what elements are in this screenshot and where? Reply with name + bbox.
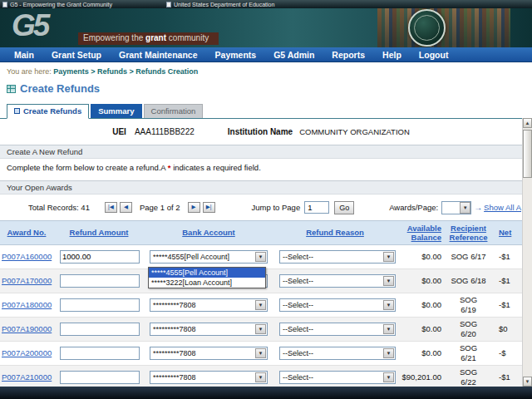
header-recipient-reference[interactable]: Recipient Reference (445, 222, 492, 244)
recipient-reference: SOG 6/19 (445, 295, 492, 314)
nav-grant-setup[interactable]: Grant Setup (52, 50, 101, 60)
header-award-no[interactable]: Award No. (0, 226, 53, 239)
tab-page-icon (14, 108, 20, 114)
taskbar (0, 387, 532, 399)
awards-per-page-label: Awards/Page: (389, 203, 438, 212)
nav-reports[interactable]: Reports (332, 50, 365, 60)
g5-logo: G5 (12, 8, 47, 43)
refund-amount-input[interactable] (60, 371, 140, 384)
refund-reason-select[interactable]: --Select-- ▼ (279, 298, 396, 312)
chevron-down-icon[interactable]: ▼ (383, 300, 394, 310)
award-link[interactable]: P007A190000 (2, 324, 52, 333)
vertical-scrollbar[interactable]: ▲ ▼ (522, 118, 532, 387)
chevron-down-icon[interactable]: ▼ (383, 372, 394, 382)
site-title-group: United States Department of Education (166, 2, 274, 7)
refund-amount-input[interactable] (60, 250, 140, 264)
main-nav: Main Grant Setup Grant Maintenance Payme… (0, 47, 532, 62)
chevron-down-icon[interactable]: ▼ (383, 348, 394, 358)
nav-payments[interactable]: Payments (215, 50, 257, 60)
bank-account-dropdown-list: *****4555[Pell Account] *****3222[Loan A… (148, 267, 266, 288)
refund-reason-select[interactable]: --Select-- ▼ (279, 274, 396, 288)
document-icon (2, 2, 7, 7)
refund-reason-select[interactable]: --Select-- ▼ (279, 371, 396, 384)
nav-main[interactable]: Main (14, 50, 34, 60)
refund-amount-input[interactable] (60, 298, 140, 312)
document-icon (166, 2, 171, 7)
awards-per-page-select[interactable]: ▼ (441, 201, 471, 214)
chevron-down-icon[interactable]: ▼ (255, 348, 266, 358)
go-button[interactable]: Go (334, 201, 354, 214)
nav-g5-admin[interactable]: G5 Admin (273, 50, 314, 60)
tab-summary[interactable]: Summary (91, 104, 141, 118)
award-link[interactable]: P007A160000 (2, 252, 52, 261)
jump-to-page-input[interactable] (304, 201, 329, 214)
header-refund-amount[interactable]: Refund Amount (53, 226, 145, 239)
dropdown-option-loan[interactable]: *****3222[Loan Account] (149, 278, 265, 288)
bank-account-value: *****4555[Pell Account] (150, 253, 229, 261)
header-bank-account[interactable]: Bank Account (145, 226, 273, 239)
scrollbar-thumb[interactable] (523, 130, 532, 178)
refund-amount-input[interactable] (60, 274, 140, 288)
award-link[interactable]: P007A180000 (2, 300, 52, 309)
tab-confirmation[interactable]: Confirmation (144, 104, 204, 118)
chevron-down-icon[interactable]: ▼ (460, 202, 470, 214)
refund-reason-value: --Select-- (280, 277, 313, 285)
nav-logout[interactable]: Logout (419, 50, 449, 60)
nav-help[interactable]: Help (382, 50, 401, 60)
institution-row: UEI AAA111BBB222 Institution Name COMMUN… (0, 119, 532, 136)
page-status: Page 1 of 2 (140, 203, 180, 212)
tagline-pre: Empowering the (83, 33, 145, 42)
available-balance: $0.00 (397, 298, 445, 311)
recipient-reference: SOG 6/22 (445, 367, 492, 387)
refund-reason-value: --Select-- (280, 349, 313, 357)
bank-account-select[interactable]: *****4555[Pell Account] ▼ (150, 250, 268, 264)
dropdown-option-pell[interactable]: *****4555[Pell Account] (149, 268, 265, 278)
refund-reason-value: --Select-- (280, 253, 313, 261)
bank-account-select[interactable]: *********7808 ▼ (150, 371, 268, 384)
chevron-down-icon[interactable]: ▼ (255, 300, 266, 310)
refund-reason-select[interactable]: --Select-- ▼ (279, 323, 396, 336)
refund-amount-input[interactable] (60, 323, 140, 336)
scroll-up-icon[interactable]: ▲ (523, 118, 532, 128)
show-all-awards-link[interactable]: Show All A (484, 203, 521, 212)
last-page-button[interactable]: ▶| (203, 202, 215, 213)
header-available-balance[interactable]: Available Balance (397, 222, 445, 244)
chevron-down-icon[interactable]: ▼ (255, 372, 266, 382)
bank-account-select[interactable]: *********7808 ▼ (150, 323, 268, 336)
page-title-row: Create Refunds (0, 76, 532, 95)
chevron-down-icon[interactable]: ▼ (383, 324, 394, 334)
tab-create-refunds[interactable]: Create Refunds (7, 104, 89, 119)
tab-create-refunds-label: Create Refunds (23, 107, 81, 116)
refund-amount-input[interactable] (60, 347, 140, 360)
chevron-down-icon[interactable]: ▼ (383, 276, 394, 286)
award-link[interactable]: P007A210000 (2, 372, 52, 382)
first-page-button[interactable]: |◀ (105, 202, 117, 213)
bank-account-select[interactable]: *********7808 ▼ (150, 347, 268, 360)
next-page-button[interactable]: ▶ (188, 202, 200, 213)
header-refund-reason[interactable]: Refund Reason (273, 226, 397, 239)
awards-per-page-apply-icon[interactable]: → (474, 203, 482, 212)
scroll-down-icon[interactable]: ▼ (523, 377, 532, 387)
bank-account-select[interactable]: *********7808 ▼ (150, 298, 268, 312)
awards-table: Award No. Refund Amount Bank Account Ref… (0, 220, 532, 390)
prev-page-button[interactable]: ◀ (120, 202, 132, 213)
recipient-reference: SOG 6/18 (445, 274, 492, 287)
award-link[interactable]: P007A200000 (2, 348, 52, 357)
refund-reason-select[interactable]: --Select-- ▼ (279, 250, 396, 264)
refund-reason-select[interactable]: --Select-- ▼ (279, 347, 396, 360)
award-link[interactable]: P007A170000 (2, 276, 52, 285)
pager-buttons-prev: |◀ ◀ (105, 202, 132, 213)
instruction-post: indicates a required field. (171, 163, 261, 172)
uei-label: UEI (112, 127, 126, 136)
uei-value: AAA111BBB222 (135, 127, 195, 136)
section-open-awards: Your Open Awards (0, 180, 532, 195)
breadcrumb-path[interactable]: Payments > Refunds > Refunds Creation (53, 67, 198, 76)
scrollbar-track[interactable] (523, 128, 532, 377)
chevron-down-icon[interactable]: ▼ (383, 252, 394, 262)
chevron-down-icon[interactable]: ▼ (255, 252, 266, 262)
chevron-down-icon[interactable]: ▼ (255, 324, 266, 334)
tagline-post: community (166, 33, 209, 42)
available-balance: $90,201.00 (397, 371, 445, 383)
available-balance: $0.00 (397, 250, 445, 263)
nav-grant-maintenance[interactable]: Grant Maintenance (119, 50, 198, 60)
